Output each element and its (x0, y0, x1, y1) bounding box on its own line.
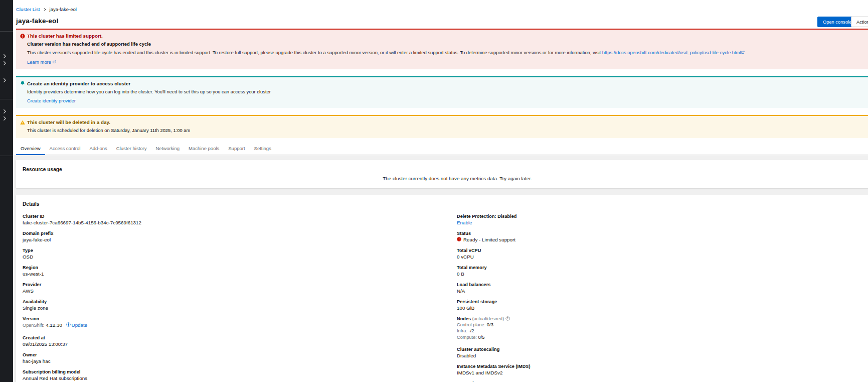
field-value: Single zone (23, 305, 457, 311)
field-value: AWS (23, 288, 457, 294)
bell-icon (20, 81, 25, 86)
create-identity-provider-link[interactable]: Create identity provider (27, 98, 76, 103)
version-value: 4.12.30 (46, 322, 62, 328)
external-link-icon (52, 59, 56, 65)
version-group: Version OpenShift: 4.12.30 Update (23, 316, 457, 329)
chevron-right-icon[interactable] (3, 78, 8, 83)
update-arrow-icon (66, 322, 71, 328)
region-group: Region us-west-1 (23, 265, 457, 277)
nav-divider (0, 31, 13, 32)
node-value: -/2 (469, 328, 474, 333)
limited-support-status-icon (457, 236, 461, 243)
field-label: Total vCPU (457, 247, 868, 253)
field-label: Availability (23, 299, 457, 305)
chevron-right-icon[interactable] (3, 54, 8, 59)
tab-support[interactable]: Support (224, 143, 249, 155)
exclamation-circle-icon (20, 34, 25, 39)
field-label: Type (23, 247, 457, 253)
tab-access-control[interactable]: Access control (45, 143, 85, 155)
node-value: 0/3 (487, 322, 493, 327)
node-key: Compute: (457, 335, 477, 340)
nav-divider (0, 99, 13, 99)
field-label: Domain prefix (23, 230, 457, 236)
field-value: 0 vCPU (457, 253, 868, 260)
load-balancers-group: Load balancers N/A (457, 282, 868, 294)
field-label: Total memory (457, 265, 868, 271)
field-label: Subscription billing model (23, 369, 457, 375)
cluster-details-page: Cluster List jaya-fake-eol jaya-fake-eol… (13, 0, 868, 382)
external-link-icon (741, 50, 745, 55)
resource-usage-heading: Resource usage (23, 167, 868, 172)
node-key: Infra: (457, 328, 467, 333)
field-value: N/A (457, 288, 868, 294)
nav-divider (0, 156, 13, 156)
cluster-tabs: Overview Access control Add-ons Cluster … (16, 143, 868, 155)
nodes-group: Nodes (actual/desired) ? Control plane: … (457, 316, 868, 340)
field-value: Disabled (457, 352, 868, 359)
resource-usage-card: Resource usage The cluster currently doe… (16, 160, 868, 188)
details-card: Details Cluster ID fake-cluster-7ca66697… (16, 195, 868, 382)
alert-description: This cluster is scheduled for deletion o… (27, 128, 868, 134)
tab-machine-pools[interactable]: Machine pools (184, 143, 224, 155)
tab-add-ons[interactable]: Add-ons (85, 143, 111, 155)
deletion-warning-alert: This cluster will be deleted in a day. T… (16, 115, 868, 138)
chevron-right-icon[interactable] (3, 116, 8, 121)
field-label: Provider (23, 282, 457, 288)
metrics-empty-message: The cluster currently does not have any … (23, 176, 868, 181)
owner-group: Owner hac-jaya hac (23, 352, 457, 364)
node-key: Control plane: (457, 322, 485, 327)
field-label: Nodes (457, 316, 471, 321)
subscription-billing-group: Subscription billing model Annual Red Ha… (23, 369, 457, 381)
question-circle-icon[interactable]: ? (505, 316, 510, 321)
alert-subtitle: Cluster version has reached end of suppo… (27, 41, 868, 47)
field-label: Owner (23, 352, 457, 358)
enable-delete-protection-link[interactable]: Enable (457, 220, 472, 225)
breadcrumb-cluster-list-link[interactable]: Cluster List (16, 7, 40, 12)
field-label: Cluster autoscaling (457, 346, 868, 352)
alert-title: This cluster has limited support. (27, 33, 103, 39)
identity-provider-alert: Create an identity provider to access cl… (16, 76, 868, 108)
limited-support-alert: This cluster has limited support. Cluste… (16, 29, 868, 69)
field-value: 09/01/2025 13:00:37 (23, 341, 457, 347)
field-value: 100 GiB (457, 305, 868, 311)
field-label: Delete Protection: Disabled (457, 213, 868, 219)
domain-prefix-group: Domain prefix jaya-fake-eol (23, 230, 457, 243)
provider-group: Provider AWS (23, 282, 457, 294)
actions-button[interactable]: Actions (851, 17, 868, 27)
tab-settings[interactable]: Settings (250, 143, 276, 155)
life-cycle-doc-link[interactable]: https://docs.openshift.com/dedicated/osd… (602, 50, 741, 55)
update-label: Update (72, 322, 88, 328)
field-value: us-west-1 (23, 271, 457, 277)
field-value: fake-cluster-7ca66697-14b5-4156-b34c-7c9… (23, 219, 457, 226)
alert-title: Create an identity provider to access cl… (27, 81, 130, 86)
details-heading: Details (23, 201, 868, 207)
exclamation-triangle-icon (20, 120, 25, 125)
alert-description: This cluster version's supported life cy… (27, 50, 868, 56)
field-value: 0 B (457, 271, 868, 277)
page-title: jaya-fake-eol (16, 17, 868, 25)
breadcrumb: Cluster List jaya-fake-eol (16, 0, 868, 12)
update-version-link[interactable]: Update (66, 322, 88, 328)
cluster-id-group: Cluster ID fake-cluster-7ca66697-14b5-41… (23, 213, 457, 226)
total-memory-group: Total memory 0 B (457, 265, 868, 277)
version-key: OpenShift: (23, 323, 44, 328)
field-value: IMDSv1 and IMDSv2 (457, 369, 868, 376)
alert-description-text: This cluster version's supported life cy… (27, 50, 601, 55)
tab-overview[interactable]: Overview (16, 143, 45, 155)
persistent-storage-group: Persistent storage 100 GiB (457, 299, 868, 311)
availability-group: Availability Single zone (23, 299, 457, 311)
field-label: Status (457, 230, 868, 236)
field-value: Annual Red Hat subscriptions (23, 375, 457, 381)
details-left-column: Cluster ID fake-cluster-7ca66697-14b5-41… (23, 213, 457, 382)
angle-right-icon (44, 8, 46, 12)
tab-cluster-history[interactable]: Cluster history (112, 143, 151, 155)
alert-title: This cluster will be deleted in a day. (27, 119, 110, 125)
tab-networking[interactable]: Networking (151, 143, 184, 155)
cluster-autoscaling-group: Cluster autoscaling Disabled (457, 346, 868, 359)
field-label: Region (23, 265, 457, 271)
chevron-right-icon[interactable] (3, 61, 8, 66)
learn-more-link[interactable]: Learn more (27, 59, 56, 65)
chevron-right-icon[interactable] (3, 109, 8, 114)
nodes-suffix: (actual/desired) (472, 316, 504, 321)
learn-more-label: Learn more (27, 59, 51, 65)
